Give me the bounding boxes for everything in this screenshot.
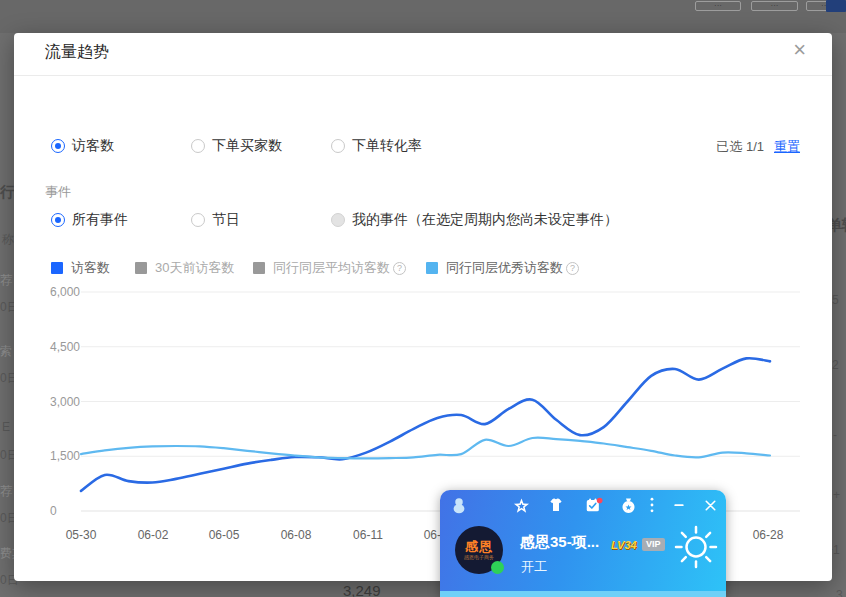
y-axis-tick: 1,500 [50, 449, 80, 463]
avatar-subtext: 感恩电子商务 [464, 554, 494, 560]
shop-tshirt-icon[interactable] [546, 495, 566, 515]
avatar-text: 感恩 [465, 540, 493, 554]
dimmed-text-fragment: 荐 [0, 272, 12, 289]
dimmed-page-top [0, 0, 846, 33]
vip-badge: VIP [642, 538, 665, 551]
y-axis-tick: 0 [50, 504, 57, 518]
x-axis-tick: 06-28 [753, 528, 784, 542]
wangwang-chat-widget: 感恩 感恩电子商务 感恩35-项... LV34 VIP 开工 [440, 490, 726, 597]
minimize-icon[interactable] [669, 495, 689, 515]
dimmed-text-fragment: 荐 [0, 483, 12, 500]
y-axis-tick: 4,500 [50, 340, 80, 354]
dimmed-text-fragment: 3 [836, 588, 843, 597]
calendar-icon[interactable] [583, 495, 603, 515]
messenger-icon[interactable] [449, 495, 469, 515]
series-line-0 [81, 358, 770, 491]
ghost-button [751, 1, 798, 11]
x-axis-tick: 06-11 [353, 528, 383, 542]
ghost-accent-button [826, 0, 846, 12]
screen: 行TO称荐0日索0日E0日荐0日费其0日单转化-5-2-++13 3,249 流… [0, 0, 846, 597]
favorites-star-icon[interactable] [511, 495, 531, 515]
coin-pouch-icon[interactable] [618, 495, 638, 515]
avatar[interactable]: 感恩 感恩电子商务 [455, 526, 503, 574]
x-axis-tick: 06-08 [281, 528, 312, 542]
x-axis-tick: 06-05 [209, 528, 240, 542]
y-axis-tick: 6,000 [50, 285, 80, 299]
user-name[interactable]: 感恩35-项... [520, 533, 599, 552]
level-badge: LV34 [611, 539, 637, 551]
dimmed-page-number: 3,249 [343, 582, 381, 597]
widget-body-strip [440, 591, 726, 597]
dimmed-text-fragment: + [833, 488, 840, 502]
notification-dot [597, 497, 603, 503]
dimmed-text-fragment: 称 [2, 231, 14, 248]
dimmed-text-fragment: - [833, 428, 837, 442]
status-message: 开工 [521, 558, 547, 576]
online-status-dot [491, 561, 504, 574]
x-axis-tick: 06-02 [138, 528, 169, 542]
weather-sun-icon[interactable] [672, 523, 720, 571]
ghost-button [695, 1, 741, 11]
series-line-1 [81, 438, 770, 459]
x-axis-tick: 05-30 [66, 528, 97, 542]
dimmed-text-fragment: 索 [0, 343, 12, 360]
dimmed-text-fragment: E [2, 420, 10, 434]
more-icon[interactable] [645, 495, 659, 515]
y-axis-tick: 3,000 [50, 395, 80, 409]
close-icon[interactable] [700, 495, 720, 515]
